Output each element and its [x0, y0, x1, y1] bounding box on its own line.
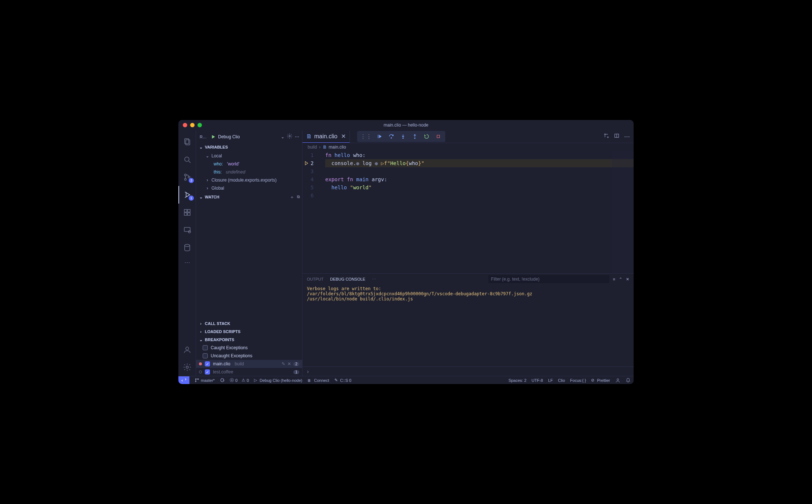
debug-config-name[interactable]: Debug Clio [218, 134, 279, 139]
variables-section[interactable]: ⌄Variables [196, 143, 302, 151]
spaces-item[interactable]: Spaces: 2 [508, 378, 526, 383]
remove-icon[interactable]: ✕ [287, 361, 291, 366]
bell-icon[interactable] [626, 378, 631, 383]
remote-icon[interactable] [178, 221, 196, 239]
svg-point-22 [403, 138, 403, 139]
file-icon: 🗎 [323, 145, 327, 150]
code-editor[interactable]: 123456 fn hello who: console.● log ● ▷f"… [302, 151, 634, 273]
start-debug-icon[interactable] [211, 134, 216, 139]
add-watch-icon[interactable]: ＋ [290, 194, 294, 200]
encoding-item[interactable]: UTF-8 [532, 378, 543, 383]
callstack-section[interactable]: ›Call Stack [196, 319, 302, 328]
svg-rect-1 [186, 140, 190, 145]
loaded-scripts-section[interactable]: ›Loaded Scripts [196, 328, 302, 336]
lang-item[interactable]: Clio [558, 378, 565, 383]
collapse-panel-icon[interactable]: ⌃ [619, 277, 622, 282]
vscode-window: main.clio — hello-node 3 1 ⋯ R… Debug Cl… [178, 120, 634, 384]
svg-rect-9 [188, 209, 190, 212]
debug-console-input[interactable]: › [302, 366, 634, 376]
continue-icon[interactable] [376, 132, 384, 140]
account-icon[interactable] [178, 341, 196, 358]
svg-point-26 [608, 137, 609, 138]
branch-item[interactable]: master* [195, 378, 215, 383]
split-icon[interactable] [614, 133, 620, 140]
breakpoints-section[interactable]: ⌄Breakpoints [196, 336, 302, 344]
breakpoint-dot-icon [199, 362, 202, 365]
checkbox-icon[interactable]: ✓ [205, 369, 210, 375]
svg-rect-24 [437, 135, 440, 138]
remote-indicator[interactable] [178, 376, 189, 384]
bp-uncaught[interactable]: Uncaught Exceptions [196, 352, 302, 360]
tab-output[interactable]: Output [307, 277, 323, 281]
more-actions-icon[interactable]: ⋯ [295, 134, 299, 139]
debug-status-item[interactable]: ▷ Debug Clio (hello-node) [254, 378, 302, 383]
debug-icon[interactable]: 1 [178, 186, 196, 204]
titlebar: main.clio — hello-node [178, 120, 634, 130]
bp-testcoffee[interactable]: ✓ test.coffee 1 [196, 368, 302, 376]
bp-mainclio[interactable]: ✓ main.clio build ✎✕2 [196, 360, 302, 368]
more-icon[interactable]: ⋯ [624, 133, 630, 140]
svg-point-21 [391, 138, 392, 138]
current-line-glyph-icon [302, 159, 311, 167]
checkbox-icon[interactable] [203, 353, 208, 358]
close-panel-icon[interactable]: ✕ [626, 277, 629, 282]
step-out-icon[interactable] [411, 132, 419, 140]
panel-more-icon[interactable]: ⋯ [372, 277, 376, 282]
restart-icon[interactable] [423, 132, 431, 140]
svg-marker-29 [305, 161, 308, 165]
problems-item[interactable]: ⓧ0 ⚠0 [230, 377, 249, 383]
scope-global[interactable]: ›Global [196, 184, 302, 192]
prettier-item[interactable]: ⊘ Prettier [591, 378, 610, 383]
breadcrumb[interactable]: build› 🗎main.clio [302, 143, 634, 151]
debug-console-output[interactable]: Verbose logs are written to: /var/folder… [302, 285, 634, 366]
feedback-icon[interactable] [615, 378, 620, 383]
sync-item[interactable] [220, 378, 225, 383]
var-who[interactable]: who: 'world' [196, 160, 302, 168]
svg-rect-19 [378, 135, 378, 138]
tab-mainclio[interactable]: 🗎 main.clio ✕ [302, 130, 350, 143]
cs-item[interactable]: ✎ C::S 0 [334, 378, 352, 383]
checkbox-icon[interactable]: ✓ [205, 361, 210, 366]
stop-icon[interactable] [434, 132, 442, 140]
drag-grip-icon[interactable]: ⋮⋮ [360, 133, 372, 140]
debug-toolbar[interactable]: ⋮⋮ [357, 131, 445, 142]
svg-point-2 [185, 157, 189, 161]
step-into-icon[interactable] [399, 132, 407, 140]
console-filter-input[interactable] [488, 275, 609, 283]
window-title: main.clio — hello-node [178, 123, 634, 128]
extensions-icon[interactable] [178, 204, 196, 221]
svg-rect-8 [184, 209, 187, 212]
scope-local[interactable]: ⌄Local [196, 152, 302, 160]
checkbox-icon[interactable] [203, 345, 208, 350]
scm-icon[interactable]: 3 [178, 168, 196, 186]
svg-point-23 [414, 138, 415, 139]
bottom-panel: Output Debug Console ⋯ ≡ ⌃ ✕ Verbose log… [302, 273, 634, 376]
tab-debug-console[interactable]: Debug Console [330, 277, 365, 281]
connect-item[interactable]: 🗎 Connect [307, 378, 329, 383]
more-icon[interactable]: ⋯ [178, 256, 196, 268]
settings-icon[interactable] [178, 358, 196, 376]
filter-icon[interactable]: ≡ [613, 277, 615, 281]
explorer-icon[interactable] [178, 133, 196, 151]
focus-item[interactable]: Focus:{ } [570, 378, 586, 383]
search-icon[interactable] [178, 151, 196, 168]
eol-item[interactable]: LF [548, 378, 553, 383]
svg-point-5 [184, 179, 186, 180]
editor-tabs: 🗎 main.clio ✕ ⋮⋮ ⋯ [302, 130, 634, 143]
watch-section[interactable]: ⌄Watch ＋⧉ [196, 193, 302, 201]
step-marker-icon: ▷ [381, 160, 384, 166]
var-this[interactable]: this: undefined [196, 168, 302, 176]
close-tab-icon[interactable]: ✕ [341, 133, 346, 140]
config-chevron-icon[interactable]: ⌄ [281, 134, 284, 139]
minimap[interactable] [612, 151, 634, 273]
collapse-watch-icon[interactable]: ⧉ [297, 194, 300, 200]
debug-badge: 1 [189, 196, 193, 201]
step-over-icon[interactable] [387, 132, 395, 140]
bp-caught[interactable]: Caught Exceptions [196, 344, 302, 352]
scope-closure[interactable]: ›Closure (module.exports.exports) [196, 176, 302, 184]
edit-icon[interactable]: ✎ [282, 361, 285, 366]
compare-icon[interactable] [603, 133, 609, 140]
config-gear-icon[interactable] [287, 133, 293, 140]
database-icon[interactable] [178, 239, 196, 256]
svg-point-14 [185, 244, 190, 246]
